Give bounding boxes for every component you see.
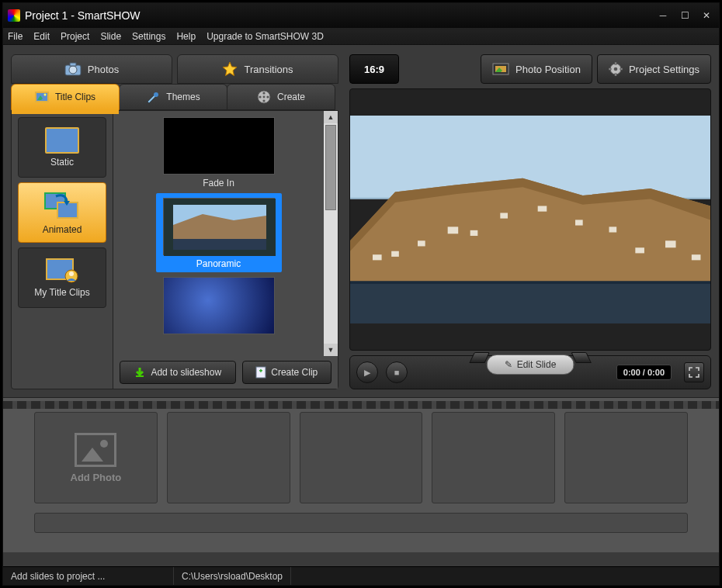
project-settings-button[interactable]: Project Settings [597,54,711,84]
scroll-down-icon[interactable]: ▼ [324,344,338,356]
menu-file[interactable]: File [8,31,23,42]
category-static[interactable]: Static [18,117,106,178]
svg-point-32 [614,67,618,71]
download-arrow-icon [134,366,146,379]
scrollbar[interactable]: ▲ ▼ [324,111,338,356]
timeline-slot[interactable] [300,412,423,503]
subtab-create[interactable]: Create [227,84,335,110]
menu-help[interactable]: Help [176,31,196,42]
clip-third[interactable] [156,277,282,334]
add-to-slideshow-button[interactable]: Add to slideshow [120,361,236,384]
menu-settings[interactable]: Settings [132,31,165,42]
audio-track[interactable] [34,513,688,533]
subtab-title-clips-label: Title Clips [55,92,95,102]
timeline: Add Photo [3,397,719,552]
svg-point-11 [262,99,265,102]
aspect-ratio[interactable]: 16:9 [349,54,399,84]
edit-slide-label: Edit Slide [517,359,557,370]
scroll-thumb[interactable] [325,125,336,210]
brush-icon [146,91,160,103]
photo-position-label: Photo Position [515,64,581,75]
svg-rect-50 [692,254,701,260]
svg-rect-36 [620,68,623,70]
picture-placeholder-icon [75,433,116,467]
tab-transitions[interactable]: Transitions [177,54,338,84]
photo-position-button[interactable]: Photo Position [481,54,592,84]
minimize-button[interactable]: ─ [655,9,671,22]
svg-rect-48 [635,247,644,253]
subtab-title-clips[interactable]: Title Clips [11,84,120,110]
clip-panoramic-label: Panoramic [196,258,241,269]
menu-upgrade[interactable]: Upgrade to SmartSHOW 3D [207,31,324,42]
svg-rect-42 [448,227,459,233]
edit-slide-button[interactable]: ✎ Edit Slide [487,355,574,375]
window-title: Project 1 - SmartSHOW [25,9,141,22]
picture-frame-icon [492,63,509,75]
subtab-themes[interactable]: Themes [119,84,227,110]
add-photo-slot[interactable]: Add Photo [34,412,158,503]
tab-transitions-label: Transitions [244,64,293,75]
timeline-slot[interactable] [564,412,688,503]
menu-edit[interactable]: Edit [33,31,50,42]
status-path: C:\Users\rsload\Desktop [174,567,291,585]
clips-list: Fade In Panoramic [113,111,324,356]
svg-point-1 [69,66,77,74]
svg-rect-40 [391,251,399,256]
picture-user-icon [45,258,79,284]
category-my-clips[interactable]: My Title Clips [18,247,106,308]
camera-icon [64,62,82,76]
time-display: 0:00 / 0:00 [616,365,672,380]
scroll-up-icon[interactable]: ▲ [324,111,338,123]
svg-rect-15 [57,202,78,218]
clip-panoramic[interactable]: Panoramic [156,193,282,272]
svg-rect-34 [615,74,616,76]
statusbar: Add slides to project ... C:\Users\rsloa… [3,566,719,585]
timeline-slot[interactable] [167,412,290,503]
preview-area [349,88,711,351]
titlebar: Project 1 - SmartSHOW ─ ☐ ✕ [3,3,719,28]
svg-point-12 [259,95,261,98]
svg-rect-33 [615,62,616,64]
gear-icon [609,62,623,76]
svg-rect-52 [350,281,710,284]
plus-page-icon [255,366,266,379]
picture-icon [45,127,79,154]
svg-rect-41 [418,240,425,246]
status-hint: Add slides to project ... [3,567,174,585]
menu-project[interactable]: Project [61,31,89,42]
svg-rect-47 [609,227,617,232]
svg-rect-43 [470,230,478,235]
timeline-slot[interactable] [432,412,555,503]
app-icon [8,9,20,22]
svg-rect-24 [136,375,144,377]
preview-image [350,116,710,324]
preview-controls: ▶ ■ ✎ Edit Slide 0:00 / 0:00 [349,355,711,389]
tab-photos[interactable]: Photos [11,54,172,84]
play-button[interactable]: ▶ [356,361,378,383]
category-my-clips-label: My Title Clips [34,287,89,298]
aspect-ratio-label: 16:9 [364,64,384,75]
svg-rect-35 [609,68,611,70]
create-clip-button[interactable]: Create Clip [242,361,331,384]
category-static-label: Static [50,157,74,168]
add-photo-label: Add Photo [71,472,122,483]
fullscreen-button[interactable] [684,362,704,382]
subtab-themes-label: Themes [166,92,200,102]
menu-slide[interactable]: Slide [100,31,121,42]
maximize-button[interactable]: ☐ [677,9,692,22]
svg-rect-44 [500,213,508,218]
svg-rect-4 [36,92,48,102]
star-icon [222,61,238,77]
svg-point-9 [262,92,265,94]
category-animated[interactable]: Animated [18,182,106,243]
stop-button[interactable]: ■ [386,361,408,383]
close-button[interactable]: ✕ [699,9,714,22]
create-clip-label: Create Clip [271,367,318,378]
svg-rect-2 [70,63,76,66]
clip-fade-in[interactable]: Fade In [156,117,282,189]
svg-point-19 [69,272,74,276]
add-to-slideshow-label: Add to slideshow [151,367,221,378]
title-clips-icon [35,92,49,102]
menubar: File Edit Project Slide Settings Help Up… [3,28,719,45]
svg-point-10 [266,95,269,98]
